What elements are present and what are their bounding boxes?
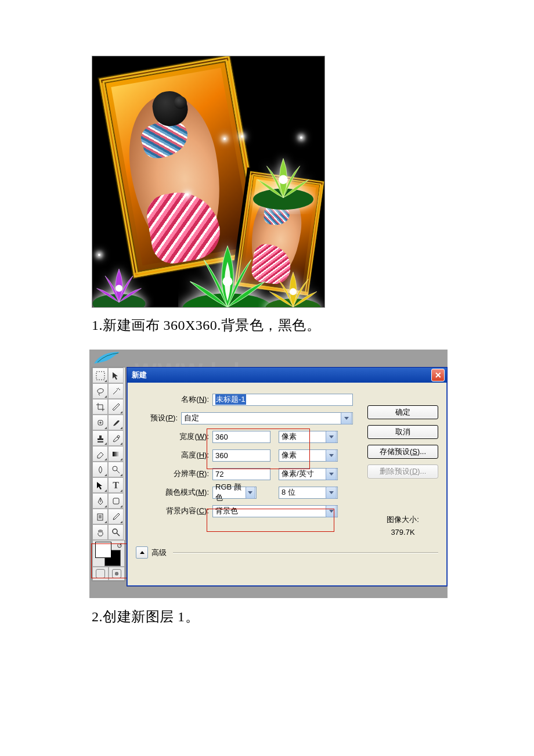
chevron-icon[interactable]: [136, 546, 148, 559]
sparkle-icon: [223, 138, 226, 140]
height-input[interactable]: 360: [212, 449, 270, 462]
background-label: 背景内容(C):: [136, 506, 212, 516]
swap-colors-icon[interactable]: ↺: [117, 542, 122, 550]
tool-blur[interactable]: [92, 462, 108, 477]
save-preset-button[interactable]: 存储预设(S)...: [367, 445, 438, 459]
lotus-purple: [92, 248, 154, 308]
bit-depth-select[interactable]: 8 位: [279, 487, 338, 499]
tool-slice[interactable]: [108, 399, 124, 415]
step-2-text: 2.创建新图层 1。: [92, 607, 445, 626]
tool-zoom[interactable]: [108, 524, 124, 540]
chevron-down-icon[interactable]: [246, 487, 255, 499]
tool-notes[interactable]: [92, 509, 108, 524]
ok-button[interactable]: 确定: [367, 405, 438, 419]
resolution-unit-select[interactable]: 像素/英寸: [279, 468, 338, 480]
tool-history[interactable]: [108, 430, 124, 446]
dialog-titlebar: 新建 ✕: [127, 368, 447, 383]
mode-label: 颜色模式(M):: [136, 487, 212, 498]
chevron-down-icon[interactable]: [326, 449, 337, 462]
svg-rect-11: [113, 452, 120, 456]
preset-select[interactable]: 自定: [181, 412, 353, 424]
background-select[interactable]: 背景色: [212, 505, 338, 517]
tool-type[interactable]: T: [108, 477, 124, 493]
tool-gradient[interactable]: [108, 446, 124, 462]
resolution-label: 分辨率(R):: [136, 469, 212, 479]
new-document-dialog: 新建 ✕ 名称(N): 未标题-1 预设(P): 自定 宽度(W): 360 像…: [127, 367, 448, 586]
standard-mode-icon[interactable]: [92, 567, 109, 581]
chevron-down-icon[interactable]: [341, 412, 352, 424]
tool-lasso[interactable]: [92, 383, 108, 399]
height-unit-select[interactable]: 像素: [279, 449, 338, 462]
lotus-green-small: [246, 139, 321, 214]
svg-rect-13: [113, 498, 119, 504]
chevron-down-icon[interactable]: [326, 487, 337, 499]
quickmask-mode-icon[interactable]: [109, 567, 125, 581]
photoshop-feather-icon: [93, 351, 121, 365]
sparkle-icon: [186, 193, 189, 196]
tool-eraser[interactable]: [92, 446, 108, 462]
color-mode-select[interactable]: RGB 颜色: [212, 487, 257, 499]
advanced-toggle[interactable]: 高级: [136, 546, 167, 559]
tool-wand[interactable]: [108, 383, 124, 399]
name-input[interactable]: 未标题-1: [212, 394, 353, 406]
tool-eyedrop[interactable]: [108, 509, 124, 524]
cancel-button[interactable]: 取消: [367, 425, 438, 439]
tool-pen[interactable]: [92, 493, 108, 509]
svg-point-12: [113, 466, 117, 471]
name-label: 名称(N):: [136, 394, 212, 405]
svg-rect-8: [96, 372, 104, 380]
tools-palette: T ↺: [92, 367, 125, 581]
tutorial-result-image: [92, 56, 325, 308]
width-label: 宽度(W):: [136, 431, 212, 442]
tool-heal[interactable]: [92, 415, 108, 430]
tool-shape[interactable]: [108, 493, 124, 509]
height-label: 高度(H):: [136, 450, 212, 460]
tool-crop[interactable]: [92, 399, 108, 415]
chevron-down-icon[interactable]: [326, 505, 337, 517]
photoshop-screenshot: WWW.bdocx.com T: [89, 350, 448, 598]
tool-brush[interactable]: [108, 415, 124, 430]
divider: [173, 552, 438, 553]
dialog-title: 新建: [132, 370, 147, 380]
tool-marquee[interactable]: [92, 368, 108, 383]
step-1-text: 1.新建画布 360X360.背景色，黑色。: [92, 316, 445, 334]
delete-preset-button: 删除预设(D)...: [367, 465, 438, 478]
svg-point-7: [279, 175, 288, 184]
chevron-down-icon[interactable]: [326, 431, 337, 443]
chevron-down-icon[interactable]: [326, 468, 337, 480]
svg-point-1: [116, 285, 122, 292]
preset-label: 预设(P):: [136, 413, 181, 423]
width-unit-select[interactable]: 像素: [279, 431, 338, 443]
close-button[interactable]: ✕: [431, 369, 445, 381]
width-input[interactable]: 360: [212, 431, 270, 443]
tool-move[interactable]: [108, 368, 124, 383]
color-swatches[interactable]: ↺: [92, 540, 125, 567]
tool-path[interactable]: [92, 477, 108, 493]
svg-point-3: [223, 276, 233, 286]
tool-hand[interactable]: [92, 524, 108, 540]
svg-point-15: [113, 529, 117, 534]
lotus-yellow: [258, 253, 325, 308]
image-size-readout: 图像大小: 379.7K: [372, 513, 434, 539]
tool-dodge[interactable]: [108, 462, 124, 477]
tool-stamp[interactable]: [92, 430, 108, 446]
svg-point-5: [290, 288, 297, 295]
foreground-color-swatch[interactable]: [95, 542, 111, 558]
resolution-input[interactable]: 72: [212, 468, 270, 480]
